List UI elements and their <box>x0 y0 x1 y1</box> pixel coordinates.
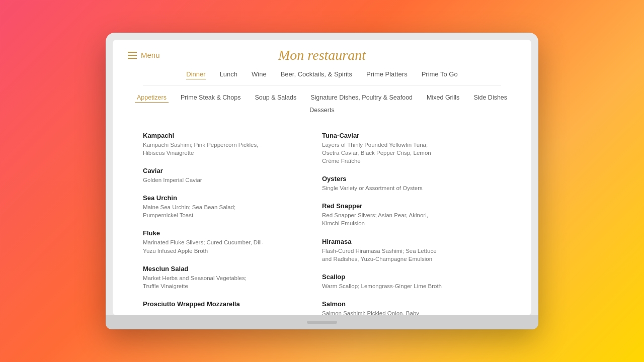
nav-beer[interactable]: Beer, Cocktails, & Spirits <box>281 70 352 79</box>
sub-navigation: Appetizers Prime Steak & Chops Soup & Sa… <box>113 88 531 119</box>
item-desc: Market Herbs and Seasonal Vegetables; Tr… <box>143 274 264 290</box>
list-item: Sea Urchin Maine Sea Urchin; Sea Bean Sa… <box>143 189 322 224</box>
subnav-prime-steak[interactable]: Prime Steak & Chops <box>179 93 243 103</box>
item-desc: Salmon Sashimi; Pickled Onion, Baby Cucu… <box>322 309 443 315</box>
list-item: Caviar Golden Imperial Caviar <box>143 162 322 189</box>
hamburger-line-3 <box>128 58 137 59</box>
item-name: Oysters <box>322 175 491 183</box>
item-name: Sea Urchin <box>143 194 312 202</box>
nav-togo[interactable]: Prime To Go <box>422 70 458 79</box>
item-name: Salmon <box>322 300 491 308</box>
item-name: Red Snapper <box>322 202 491 210</box>
item-desc: Layers of Thinly Pounded Yellowfin Tuna;… <box>322 141 443 165</box>
subnav-appetizers[interactable]: Appetizers <box>135 93 169 103</box>
list-item: Red Snapper Red Snapper Slivers; Asian P… <box>322 197 501 232</box>
item-desc: Red Snapper Slivers; Asian Pear, Akinori… <box>322 211 443 227</box>
list-item: Oysters Single Variety or Assortment of … <box>322 170 501 197</box>
item-name: Prosciutto Wrapped Mozzarella <box>143 300 312 308</box>
item-name: Kampachi <box>143 132 312 139</box>
nav-wine[interactable]: Wine <box>252 70 267 79</box>
item-desc: Warm Scallop; Lemongrass-Ginger Lime Bro… <box>322 282 443 290</box>
subnav-signature[interactable]: Signature Dishes, Poultry & Seafood <box>308 93 415 103</box>
list-item: Kampachi Kampachi Sashimi; Pink Pepperco… <box>143 127 322 162</box>
nav-lunch[interactable]: Lunch <box>220 70 237 79</box>
item-desc: Flash-Cured Hiramasa Sashimi; Sea Lettuc… <box>322 247 443 263</box>
list-item: Hiramasa Flash-Cured Hiramasa Sashimi; S… <box>322 233 501 268</box>
subnav-desserts[interactable]: Desserts <box>307 106 336 115</box>
menu-page: Menu Mon restaurant Dinner Lunch Wine Be… <box>113 40 531 315</box>
item-name: Fluke <box>143 229 312 237</box>
subnav-soup[interactable]: Soup & Salads <box>253 93 298 103</box>
hamburger-menu[interactable]: Menu <box>128 51 160 59</box>
list-item: Tuna-Caviar Layers of Thinly Pounded Yel… <box>322 127 501 170</box>
laptop-base <box>106 315 538 329</box>
item-name: Scallop <box>322 273 491 281</box>
laptop-container: Menu Mon restaurant Dinner Lunch Wine Be… <box>106 33 538 329</box>
list-item: Fluke Marinated Fluke Slivers; Cured Cuc… <box>143 224 322 259</box>
restaurant-title: Mon restaurant <box>278 47 366 63</box>
list-item: Mesclun Salad Market Herbs and Seasonal … <box>143 260 322 295</box>
menu-column-right: Tuna-Caviar Layers of Thinly Pounded Yel… <box>322 127 501 315</box>
page-header: Menu Mon restaurant <box>113 40 531 64</box>
list-item: Salmon Salmon Sashimi; Pickled Onion, Ba… <box>322 295 501 315</box>
list-item: Prosciutto Wrapped Mozzarella <box>143 295 322 314</box>
nav-divider <box>143 85 501 86</box>
laptop-screen: Menu Mon restaurant Dinner Lunch Wine Be… <box>113 40 531 315</box>
item-desc: Single Variety or Assortment of Oysters <box>322 184 443 192</box>
hamburger-line-2 <box>128 55 137 56</box>
item-name: Mesclun Salad <box>143 265 312 273</box>
menu-column-left: Kampachi Kampachi Sashimi; Pink Pepperco… <box>143 127 322 315</box>
item-desc: Kampachi Sashimi; Pink Peppercorn Pickle… <box>143 141 264 157</box>
item-name: Caviar <box>143 167 312 174</box>
item-desc: Golden Imperial Caviar <box>143 176 264 184</box>
hamburger-line-1 <box>128 52 137 53</box>
item-desc: Maine Sea Urchin; Sea Bean Salad; Pumper… <box>143 203 264 219</box>
subnav-mixed-grills[interactable]: Mixed Grills <box>425 93 461 103</box>
nav-dinner[interactable]: Dinner <box>186 70 205 79</box>
menu-label: Menu <box>141 51 160 59</box>
subnav-side-dishes[interactable]: Side Dishes <box>471 93 509 103</box>
item-desc: Marinated Fluke Slivers; Cured Cucumber,… <box>143 238 264 254</box>
menu-content: Kampachi Kampachi Sashimi; Pink Pepperco… <box>113 119 531 315</box>
item-name: Tuna-Caviar <box>322 132 491 139</box>
main-navigation: Dinner Lunch Wine Beer, Cocktails, & Spi… <box>113 64 531 83</box>
nav-platters[interactable]: Prime Platters <box>366 70 408 79</box>
item-name: Hiramasa <box>322 238 491 245</box>
laptop-notch <box>307 321 337 324</box>
list-item: Scallop Warm Scallop; Lemongrass-Ginger … <box>322 268 501 295</box>
hamburger-icon <box>128 52 137 59</box>
